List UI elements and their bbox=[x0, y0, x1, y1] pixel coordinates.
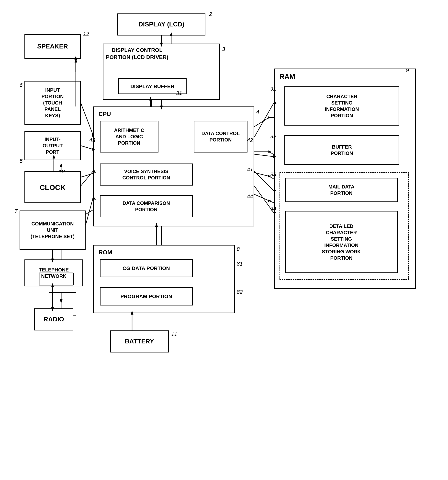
battery-box: BATTERY bbox=[110, 330, 169, 352]
cg-data-label: CG DATA PORTION bbox=[123, 265, 170, 271]
ref-data-comparison: 44 bbox=[247, 193, 253, 200]
data-comparison-label: DATA COMPARISONPORTION bbox=[123, 200, 170, 213]
telephone-network-label: TELEPHONENETWORK bbox=[39, 267, 69, 279]
ref-mail-data: 93 bbox=[270, 171, 276, 178]
voice-synthesis-label: VOICE SYNTHESISCONTROL PORTION bbox=[122, 168, 170, 181]
display-buffer-label: DISPLAY BUFFER bbox=[130, 83, 174, 90]
program-box: PROGRAM PORTION bbox=[100, 287, 193, 305]
display-lcd-box: DISPLAY (LCD) bbox=[117, 13, 205, 35]
arithmetic-label: ARITHMETICAND LOGICPORTION bbox=[114, 127, 144, 146]
ref-data-control: 42 bbox=[247, 137, 253, 143]
communication-label: COMMUNICATIONUNIT(TELEPHONE SET) bbox=[31, 221, 75, 240]
ref-arithmetic: 43 bbox=[89, 137, 95, 143]
svg-line-58 bbox=[81, 103, 93, 135]
ram-label: RAM bbox=[280, 72, 295, 81]
telephone-network-box: TELEPHONENETWORK bbox=[24, 259, 83, 286]
ram-box: RAM CHARACTERSETTINGINFORMATIONPORTION B… bbox=[274, 69, 416, 289]
ref-buffer-portion: 92 bbox=[270, 133, 276, 140]
svg-line-80 bbox=[254, 154, 274, 157]
svg-marker-31 bbox=[60, 299, 62, 303]
char-setting-box: CHARACTERSETTINGINFORMATIONPORTION bbox=[284, 86, 399, 126]
communication-box: COMMUNICATIONUNIT(TELEPHONE SET) bbox=[20, 211, 86, 250]
data-comparison-box: DATA COMPARISONPORTION bbox=[100, 195, 193, 217]
dashed-area: MAIL DATAPORTION DETAILEDCHARACTERSETTIN… bbox=[280, 172, 409, 280]
char-setting-label: CHARACTERSETTINGINFORMATIONPORTION bbox=[325, 93, 359, 119]
data-control-box: DATA CONTROLPORTION bbox=[194, 121, 247, 152]
buffer-portion-label: BUFFERPORTION bbox=[331, 144, 353, 156]
ref-program: 82 bbox=[237, 289, 243, 295]
svg-line-60 bbox=[81, 146, 93, 149]
voice-synthesis-box: VOICE SYNTHESISCONTROL PORTION bbox=[100, 164, 193, 186]
radio-box: RADIO bbox=[34, 308, 73, 330]
svg-line-62 bbox=[81, 171, 93, 186]
ref-speaker: 12 bbox=[83, 31, 89, 37]
diagram: DISPLAY (LCD) 2 DISPLAY CONTROLPORTION (… bbox=[0, 0, 448, 480]
arithmetic-box: ARITHMETICAND LOGICPORTION bbox=[100, 121, 158, 152]
rom-box: ROM CG DATA PORTION PROGRAM PORTION bbox=[93, 245, 235, 313]
mail-data-label: MAIL DATAPORTION bbox=[328, 184, 355, 196]
rom-label: ROM bbox=[99, 248, 112, 256]
ref-communication: 7 bbox=[15, 208, 18, 214]
display-control-box: DISPLAY CONTROLPORTION (LCD DRIVER) DISP… bbox=[103, 44, 220, 100]
svg-line-78 bbox=[254, 103, 274, 137]
input-output-label: INPUT-OUTPUTPORT bbox=[43, 136, 63, 155]
detailed-char-box: DETAILEDCHARACTERSETTINGINFORMATIONSTORI… bbox=[285, 211, 398, 273]
ref-rom: 8 bbox=[237, 246, 240, 252]
display-control-label: DISPLAY CONTROLPORTION (LCD DRIVER) bbox=[106, 47, 168, 61]
buffer-portion-box: BUFFERPORTION bbox=[284, 135, 399, 165]
input-output-box: INPUT-OUTPUTPORT bbox=[24, 131, 81, 160]
mail-data-box: MAIL DATAPORTION bbox=[285, 178, 398, 202]
svg-line-66 bbox=[86, 198, 93, 225]
ref-cpu: 4 bbox=[256, 109, 259, 115]
input-portion-box: INPUTPORTION(TOUCHPANELKEYS) bbox=[24, 81, 81, 125]
input-portion-label: INPUTPORTION(TOUCHPANELKEYS) bbox=[41, 87, 64, 119]
ref-voice-synthesis: 41 bbox=[247, 166, 253, 173]
cpu-box: CPU ARITHMETICAND LOGICPORTION DATA CONT… bbox=[93, 106, 254, 226]
detailed-char-label: DETAILEDCHARACTERSETTINGINFORMATIONSTORI… bbox=[322, 223, 361, 261]
ref-ram: 9 bbox=[406, 67, 409, 74]
cpu-label: CPU bbox=[99, 110, 111, 118]
battery-label: BATTERY bbox=[125, 337, 154, 346]
ref-input-portion: 6 bbox=[20, 82, 22, 88]
svg-marker-37 bbox=[268, 117, 271, 118]
ref-cg-data: 81 bbox=[237, 261, 243, 267]
display-lcd-label: DISPLAY (LCD) bbox=[138, 20, 184, 29]
svg-marker-18 bbox=[60, 163, 62, 167]
data-control-label: DATA CONTROLPORTION bbox=[202, 130, 240, 143]
ref-display-control: 3 bbox=[222, 46, 225, 52]
svg-marker-43 bbox=[268, 200, 271, 202]
program-label: PROGRAM PORTION bbox=[120, 293, 172, 300]
speaker-box: SPEAKER bbox=[24, 34, 81, 59]
clock-label: CLOCK bbox=[40, 183, 66, 192]
ref-detailed-char: 94 bbox=[270, 206, 276, 212]
ref-display-buffer: 31 bbox=[176, 90, 182, 96]
ref-char-setting: 91 bbox=[270, 86, 276, 92]
svg-marker-8 bbox=[75, 59, 77, 62]
radio-label: RADIO bbox=[44, 315, 64, 324]
ref-input-output: 5 bbox=[20, 158, 22, 164]
svg-marker-39 bbox=[269, 151, 271, 153]
ref-battery: 11 bbox=[171, 331, 177, 338]
ref-display-lcd: 2 bbox=[209, 11, 212, 17]
speaker-label: SPEAKER bbox=[37, 42, 68, 51]
ref-clock: 10 bbox=[59, 168, 65, 175]
cg-data-box: CG DATA PORTION bbox=[100, 259, 193, 277]
clock-box: CLOCK bbox=[24, 171, 81, 203]
